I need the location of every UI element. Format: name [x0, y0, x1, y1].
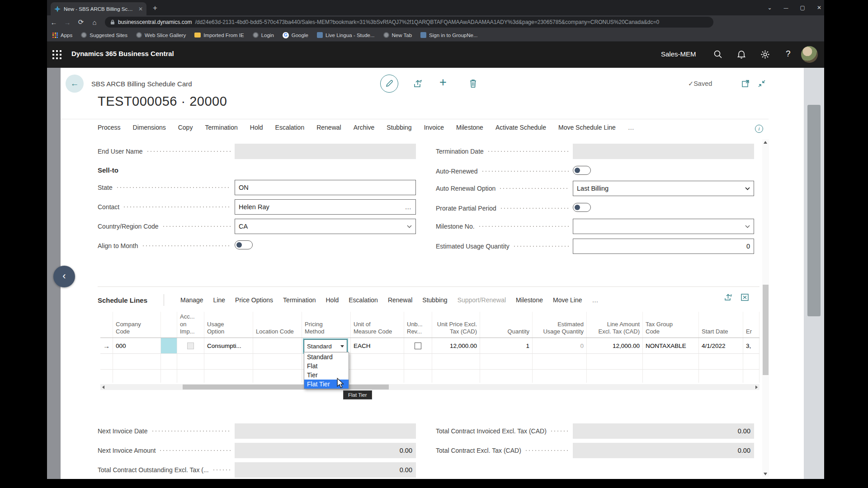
header-usage-option[interactable]: Usage Option — [204, 312, 253, 338]
vertical-scrollbar-thumb[interactable] — [763, 285, 769, 375]
cell-unb-rev[interactable] — [404, 338, 432, 353]
ribbon-copy[interactable]: Copy — [178, 124, 193, 131]
header-line-amount[interactable]: Line Amount Excl. Tax (CAD) — [587, 312, 643, 338]
edit-pencil-icon[interactable] — [380, 75, 398, 93]
cell-unit-of-measure[interactable]: EACH — [351, 338, 404, 353]
environment-label[interactable]: Sales-MEM — [661, 50, 696, 58]
auto-renewal-option-select[interactable]: Last Billing — [573, 181, 754, 196]
waffle-icon[interactable] — [52, 50, 61, 59]
bookmark-imported-ie[interactable]: Imported From IE — [194, 33, 244, 38]
menu-line[interactable]: Line — [213, 296, 225, 304]
cell-highlight[interactable] — [161, 338, 177, 353]
ribbon-activate-schedule[interactable]: Activate Schedule — [495, 124, 546, 131]
ribbon-stubbing[interactable]: Stubbing — [387, 124, 411, 131]
cell-company-code[interactable]: 000 — [113, 338, 161, 353]
country-region-input[interactable]: CA — [235, 219, 416, 234]
header-location-code[interactable]: Location Code — [253, 312, 302, 338]
expand-panel-button[interactable]: ‹ — [53, 266, 75, 287]
ribbon-more-icon[interactable]: … — [628, 124, 635, 131]
pricing-method-select[interactable]: Standard — [304, 339, 347, 353]
collapse-icon[interactable] — [758, 80, 766, 88]
header-start-date[interactable]: Start Date — [699, 312, 743, 338]
state-input[interactable]: ON — [235, 180, 416, 195]
browser-tab[interactable]: New - SBS ARCB Billing Schedule ✕ — [51, 2, 146, 15]
settings-gear-icon[interactable] — [760, 50, 770, 59]
header-quantity[interactable]: Quantity — [480, 312, 533, 338]
menu-price-options[interactable]: Price Options — [235, 296, 273, 304]
app-title[interactable]: Dynamics 365 Business Central — [71, 50, 174, 57]
header-acc-on-imp[interactable]: Acc... on Imp... — [177, 312, 204, 338]
bookmark-google[interactable]: GGoogle — [283, 32, 308, 38]
menu-more-icon[interactable]: … — [592, 296, 599, 304]
cell-usage-option[interactable]: Consumpti... — [204, 338, 253, 353]
option-standard[interactable]: Standard — [304, 352, 349, 361]
ribbon-move-schedule-line[interactable]: Move Schedule Line — [558, 124, 616, 131]
back-icon[interactable]: ← — [47, 19, 61, 26]
assist-edit-icon[interactable]: … — [405, 203, 412, 211]
unbilled-revenue-checkbox[interactable] — [415, 343, 421, 349]
home-icon[interactable]: ⌂ — [88, 19, 101, 26]
forward-icon[interactable]: → — [61, 19, 74, 26]
ribbon-archive[interactable]: Archive — [354, 124, 375, 131]
bookmark-new-tab[interactable]: New Tab — [383, 32, 412, 38]
milestone-no-input[interactable] — [573, 219, 754, 234]
menu-stubbing[interactable]: Stubbing — [422, 296, 447, 304]
menu-milestone[interactable]: Milestone — [516, 296, 543, 304]
ribbon-invoice[interactable]: Invoice — [424, 124, 444, 131]
bookmark-web-slice[interactable]: Web Slice Gallery — [136, 32, 186, 38]
grid-horizontal-scrollbar[interactable] — [100, 384, 760, 390]
bookmark-groupne[interactable]: Sign in to GroupNe... — [420, 32, 477, 38]
menu-termination[interactable]: Termination — [283, 296, 316, 304]
horizontal-scrollbar-thumb[interactable] — [183, 385, 389, 389]
cell-tax-group[interactable]: NONTAXABLE — [643, 338, 699, 353]
scroll-right-icon[interactable] — [755, 385, 758, 389]
search-icon[interactable] — [713, 50, 722, 59]
menu-hold[interactable]: Hold — [326, 296, 339, 304]
menu-escalation[interactable]: Escalation — [349, 296, 378, 304]
ribbon-hold[interactable]: Hold — [250, 124, 263, 131]
bookmark-live-lingua[interactable]: Live Lingua - Stude... — [317, 32, 375, 38]
bookmark-suggested-sites[interactable]: Suggested Sites — [81, 32, 127, 38]
share-page-icon[interactable] — [413, 79, 423, 89]
header-tax-group[interactable]: Tax Group Code — [643, 312, 699, 338]
bookmark-apps[interactable]: Apps — [52, 33, 72, 38]
ribbon-dimensions[interactable]: Dimensions — [133, 124, 166, 131]
scroll-left-icon[interactable] — [102, 385, 104, 389]
header-pricing-method[interactable]: Pricing Method — [302, 312, 351, 338]
ribbon-process[interactable]: Process — [98, 124, 121, 131]
maximize-icon[interactable]: ▢ — [800, 5, 805, 11]
prorate-partial-period-toggle[interactable] — [573, 203, 591, 212]
bookmark-login[interactable]: Login — [253, 32, 274, 38]
minimize-icon[interactable]: — — [784, 5, 788, 10]
schedule-lines-title[interactable]: Schedule Lines — [98, 296, 164, 304]
header-company-code[interactable]: Company Code — [113, 312, 161, 338]
browser-scrollbar-thumb[interactable] — [807, 105, 821, 316]
open-in-excel-icon[interactable] — [741, 294, 749, 301]
estimated-usage-quantity-input[interactable]: 0 — [573, 239, 754, 254]
scroll-down-icon[interactable] — [764, 473, 767, 475]
cell-line-amount[interactable]: 12,000.00 — [587, 338, 643, 353]
ribbon-milestone[interactable]: Milestone — [456, 124, 483, 131]
cell-unit-price[interactable]: 12,000.00 — [432, 338, 480, 353]
auto-renewed-toggle[interactable] — [573, 166, 591, 175]
header-unit-of-measure[interactable]: Unit of Measure Code — [351, 312, 404, 338]
header-unit-price[interactable]: Unit Price Excl. Tax (CAD) — [432, 312, 480, 338]
ribbon-escalation[interactable]: Escalation — [275, 124, 305, 131]
info-icon[interactable]: i — [755, 125, 763, 133]
address-bar[interactable]: businesscentral.dynamics.com /dd24e63d-2… — [105, 17, 713, 28]
reload-icon[interactable]: ⟳ — [74, 18, 88, 26]
new-tab-button[interactable]: + — [153, 4, 157, 13]
contact-input[interactable]: Helen Ray… — [235, 199, 416, 215]
window-close-icon[interactable]: ✕ — [817, 5, 821, 11]
tab-search-icon[interactable]: ⌄ — [768, 5, 772, 11]
menu-move-line[interactable]: Move Line — [553, 296, 582, 304]
header-unb-rev[interactable]: Unb... Rev... — [404, 312, 432, 338]
user-avatar[interactable] — [801, 46, 818, 63]
share-lines-icon[interactable] — [724, 294, 732, 301]
align-to-month-toggle[interactable] — [235, 240, 253, 249]
grid-empty-row[interactable] — [100, 354, 760, 370]
header-estimated-usage[interactable]: Estimated Usage Quantity — [533, 312, 587, 338]
page-back-button[interactable]: ← — [66, 75, 84, 93]
sell-to-heading[interactable]: Sell-to — [98, 166, 118, 174]
tab-close-icon[interactable]: ✕ — [138, 6, 143, 12]
